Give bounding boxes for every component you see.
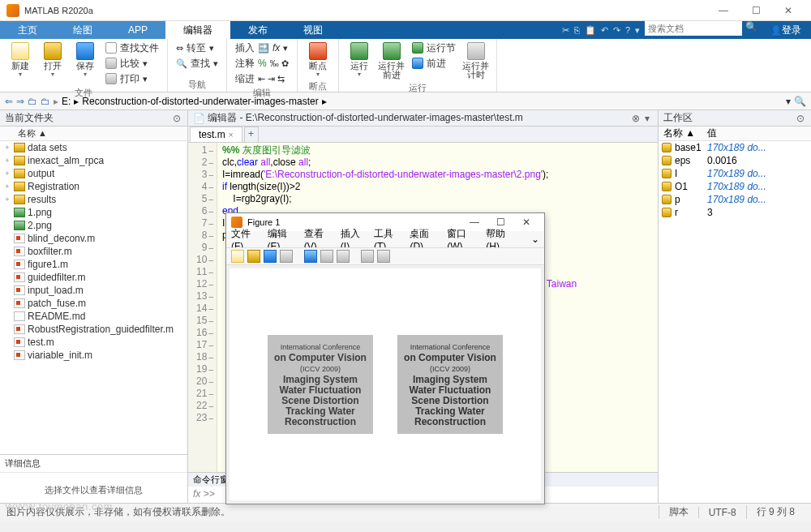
- qat-paste-icon[interactable]: 📋: [585, 25, 596, 36]
- fig-open-icon[interactable]: [247, 250, 260, 263]
- tab-plots[interactable]: 绘图: [55, 21, 110, 39]
- run-advance-button[interactable]: 运行并 前进: [376, 41, 407, 81]
- file-row[interactable]: blind_deconv.m: [0, 232, 187, 245]
- nav-up-icon[interactable]: 🗀: [28, 96, 37, 107]
- open-button[interactable]: 打开▾: [37, 41, 68, 79]
- comment-button[interactable]: 注释 % ‰ ✿: [232, 56, 292, 71]
- tab-home[interactable]: 主页: [0, 21, 55, 39]
- fig-link-icon[interactable]: [304, 250, 317, 263]
- figure-window[interactable]: Figure 1 — ☐ ✕ 文件(F) 编辑(E) 查看(V) 插入(I) 工…: [225, 212, 545, 504]
- run-section-button[interactable]: 运行节: [409, 41, 459, 55]
- status-encoding: UTF-8: [698, 507, 746, 518]
- tab-publish[interactable]: 发布: [230, 21, 285, 39]
- fig-insert-icon[interactable]: [320, 250, 333, 263]
- search-docs-input[interactable]: [645, 21, 742, 36]
- maximize-button[interactable]: ☐: [740, 2, 772, 19]
- filelist-name-header[interactable]: 名称 ▲: [0, 127, 187, 141]
- editor-dock-icon[interactable]: ▾: [642, 113, 653, 124]
- qat-help-icon[interactable]: ?: [625, 25, 630, 35]
- file-row[interactable]: 2.png: [0, 219, 187, 232]
- file-row[interactable]: figure1.m: [0, 258, 187, 271]
- file-row[interactable]: viariable_init.m: [0, 349, 187, 362]
- ribbon-group-breakpoints: 断点▾ 断点: [298, 39, 339, 92]
- tab-close-icon[interactable]: ×: [229, 131, 234, 139]
- tab-editor[interactable]: 编辑器: [165, 21, 230, 39]
- find-button[interactable]: 🔍 查找 ▾: [173, 56, 221, 71]
- qat-redo-icon[interactable]: ↷: [613, 25, 620, 36]
- search-icon[interactable]: 🔍: [742, 21, 761, 39]
- tab-apps[interactable]: APP: [110, 21, 165, 39]
- details-title: 详细信息: [0, 455, 187, 473]
- current-folder-panel: 当前文件夹 ⊙ 名称 ▲ +data sets+inexact_alm_rpca…: [0, 110, 188, 503]
- watermark-text: WWW.toymoban.com: [5, 500, 113, 513]
- addr-dropdown-icon[interactable]: ▾: [786, 96, 791, 107]
- file-row[interactable]: test.m: [0, 336, 187, 349]
- qat-copy-icon[interactable]: ⎘: [574, 25, 580, 35]
- file-row[interactable]: +Registration: [0, 180, 187, 193]
- findfiles-button[interactable]: 查找文件: [102, 41, 162, 55]
- file-row[interactable]: +data sets: [0, 141, 187, 154]
- breakpoints-button[interactable]: 断点▾: [303, 41, 333, 79]
- workspace-row[interactable]: base1170x189 do...: [659, 141, 811, 154]
- nav-hist-icon[interactable]: 🗀: [41, 96, 50, 107]
- file-row[interactable]: guidedfilter.m: [0, 271, 187, 284]
- indent-button[interactable]: 缩进 ⇤ ⇥ ⇆: [232, 71, 292, 86]
- advance-button[interactable]: 前进: [409, 56, 459, 71]
- minimize-button[interactable]: —: [707, 2, 740, 19]
- panel-menu-icon[interactable]: ⊙: [171, 113, 182, 124]
- file-row[interactable]: 1.png: [0, 206, 187, 219]
- file-row[interactable]: +inexact_alm_rpca: [0, 154, 187, 167]
- figure-menubar: 文件(F) 编辑(E) 查看(V) 插入(I) 工具(T) 桌面(D) 窗口(W…: [226, 231, 544, 247]
- workspace-row[interactable]: eps0.0016: [659, 154, 811, 167]
- editor-tabs: test.m× +: [188, 127, 658, 143]
- qat-cut-icon[interactable]: ✂: [562, 25, 569, 36]
- workspace-menu-icon[interactable]: ⊙: [795, 113, 806, 124]
- compare-button[interactable]: 比较 ▾: [102, 56, 162, 71]
- figmenu-more-icon[interactable]: ⌄: [531, 234, 539, 245]
- figure-canvas: International Conference on Computer Vis…: [230, 268, 541, 500]
- file-row[interactable]: input_load.m: [0, 284, 187, 297]
- figure-close-button[interactable]: ✕: [513, 217, 539, 228]
- file-row[interactable]: +output: [0, 167, 187, 180]
- tab-view[interactable]: 视图: [285, 21, 341, 39]
- address-crumb[interactable]: E:▸ Reconstruction-of-distorted-underwat…: [62, 96, 783, 107]
- workspace-row[interactable]: I170x189 do...: [659, 167, 811, 180]
- file-row[interactable]: boxfilter.m: [0, 245, 187, 258]
- fig-pointer-icon[interactable]: [361, 250, 374, 263]
- file-row[interactable]: RobustRegistration_guidedfilter.m: [0, 323, 187, 336]
- ws-name-header[interactable]: 名称 ▲: [659, 127, 707, 140]
- new-button[interactable]: 新建▾: [5, 41, 36, 79]
- nav-back-icon[interactable]: ⇐: [5, 96, 13, 107]
- workspace-row[interactable]: p170x189 do...: [659, 193, 811, 206]
- fig-print-icon[interactable]: [280, 250, 293, 263]
- login-button[interactable]: 👤 登录: [761, 21, 811, 39]
- file-tab-testm[interactable]: test.m×: [190, 127, 242, 142]
- fig-legend-icon[interactable]: [337, 250, 350, 263]
- fig-save-icon[interactable]: [264, 250, 277, 263]
- fig-rotate-icon[interactable]: [377, 250, 390, 263]
- print-button[interactable]: 打印 ▾: [102, 71, 162, 86]
- insert-button[interactable]: 插入 🔜 fx ▾: [232, 41, 292, 55]
- save-button[interactable]: 保存▾: [70, 41, 101, 79]
- add-tab-button[interactable]: +: [244, 127, 259, 142]
- run-button[interactable]: 运行▾: [344, 41, 375, 79]
- run-time-button[interactable]: 运行并 计时: [461, 41, 491, 81]
- nav-fwd-icon[interactable]: ⇒: [16, 96, 24, 107]
- figure-image-right: International Conference on Computer Vis…: [397, 335, 503, 434]
- editor-doc-icon: 📄: [193, 113, 205, 124]
- workspace-row[interactable]: O1170x189 do...: [659, 180, 811, 193]
- fig-new-icon[interactable]: [231, 250, 244, 263]
- qat-more-icon[interactable]: ▾: [635, 25, 640, 36]
- titlebar: MATLAB R2020a — ☐ ✕: [0, 0, 811, 21]
- workspace-row[interactable]: r3: [659, 206, 811, 219]
- addr-search-icon[interactable]: 🔍: [794, 96, 806, 107]
- qat-undo-icon[interactable]: ↶: [601, 25, 608, 36]
- goto-button[interactable]: ⇔ 转至 ▾: [173, 41, 221, 55]
- file-row[interactable]: patch_fuse.m: [0, 297, 187, 310]
- file-row[interactable]: README.md: [0, 310, 187, 323]
- editor-close-icon[interactable]: ⊗: [630, 113, 642, 124]
- ws-value-header[interactable]: 值: [707, 127, 811, 140]
- ribbon-group-run: 运行▾ 运行并 前进 运行节 前进 运行并 计时 运行: [339, 39, 497, 92]
- file-row[interactable]: +results: [0, 193, 187, 206]
- close-button[interactable]: ✕: [772, 2, 805, 19]
